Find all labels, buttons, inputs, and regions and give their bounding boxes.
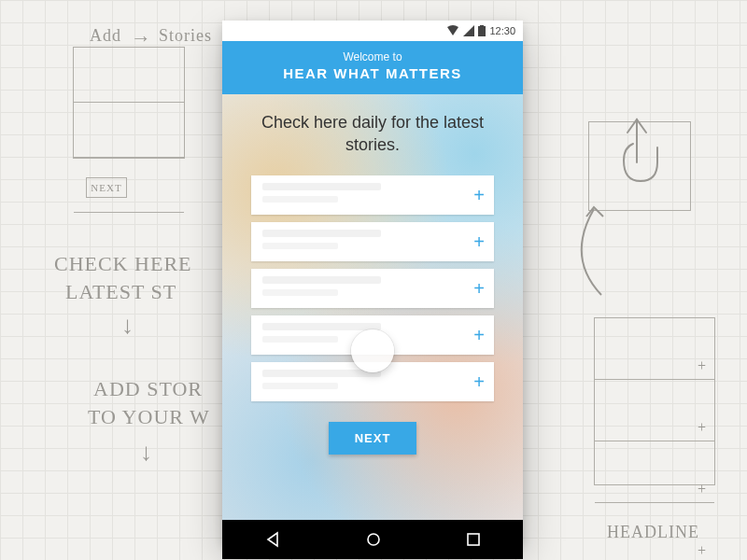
- placeholder-line: [262, 370, 381, 377]
- svg-point-2: [368, 534, 379, 545]
- android-nav-bar: [222, 520, 523, 559]
- placeholder-line: [262, 196, 338, 203]
- story-card-list: + + + +: [251, 175, 494, 401]
- prompt-text: Check here daily for the latest stories.: [261, 111, 485, 157]
- story-card[interactable]: +: [251, 175, 494, 215]
- sketch-to-your: TO YOUR W: [88, 405, 210, 429]
- placeholder-line: [262, 323, 381, 330]
- add-icon[interactable]: +: [473, 372, 485, 391]
- placeholder-line: [262, 183, 381, 190]
- header-welcome: Welcome to: [222, 50, 523, 63]
- svg-rect-0: [478, 26, 486, 36]
- placeholder-line: [262, 383, 338, 389]
- status-bar: 12:30: [222, 21, 523, 41]
- signal-icon: [463, 25, 474, 36]
- sketch-arrow-down-1: [121, 312, 134, 340]
- svg-rect-1: [480, 25, 484, 27]
- sketch-stories-label: Stories: [159, 26, 212, 46]
- sketch-list-row: +: [595, 413, 714, 441]
- sketch-box-top-left: [73, 47, 185, 159]
- sketch-hand-icon: [605, 103, 680, 215]
- sketch-curve-arrow: [557, 202, 613, 304]
- story-card[interactable]: +: [251, 269, 494, 308]
- battery-icon: [478, 25, 486, 36]
- nav-recent-icon[interactable]: [466, 532, 481, 547]
- app-header: Welcome to HEAR WHAT MATTERS: [222, 41, 523, 94]
- status-time: 12:30: [489, 25, 515, 36]
- wifi-icon: [446, 25, 459, 36]
- sketch-headline: HEADLINE: [607, 523, 699, 542]
- sketch-arrow-down-2: [140, 439, 153, 467]
- add-icon[interactable]: +: [473, 186, 485, 204]
- sketch-latest-st: LATEST ST: [65, 280, 176, 304]
- add-icon[interactable]: +: [473, 326, 485, 344]
- phone-frame: 12:30 Welcome to HEAR WHAT MATTERS Check…: [222, 21, 523, 543]
- add-icon[interactable]: +: [473, 279, 485, 298]
- sketch-add-stor: ADD STOR: [93, 377, 203, 401]
- placeholder-line: [262, 276, 381, 284]
- placeholder-line: [262, 230, 381, 237]
- sketch-list-box: + + + + +: [594, 317, 715, 485]
- nav-home-icon[interactable]: [365, 531, 382, 548]
- sketch-plus-icon: +: [698, 357, 707, 374]
- add-icon[interactable]: +: [473, 232, 485, 251]
- sketch-list-row: +: [595, 352, 714, 380]
- sketch-plus-icon: +: [698, 419, 707, 436]
- story-card[interactable]: +: [251, 362, 494, 401]
- sketch-next-box: NEXT: [86, 177, 127, 198]
- story-card[interactable]: +: [251, 315, 494, 355]
- sketch-list-row: +: [595, 475, 714, 503]
- content-area: Check here daily for the latest stories.…: [222, 94, 523, 520]
- sketch-check-here: CHECK HERE: [54, 252, 192, 276]
- paper-background: Add Stories NEXT CHECK HERE LATEST ST AD…: [0, 0, 747, 560]
- svg-rect-3: [468, 534, 479, 545]
- sketch-add-label: Add: [90, 26, 121, 46]
- nav-back-icon[interactable]: [264, 531, 281, 548]
- placeholder-line: [262, 336, 338, 343]
- next-button[interactable]: NEXT: [329, 422, 417, 455]
- header-title: HEAR WHAT MATTERS: [222, 65, 523, 81]
- placeholder-line: [262, 289, 338, 296]
- placeholder-line: [262, 243, 338, 249]
- sketch-plus-icon: +: [698, 481, 707, 497]
- story-card[interactable]: +: [251, 222, 494, 261]
- sketch-plus-icon: +: [698, 542, 707, 559]
